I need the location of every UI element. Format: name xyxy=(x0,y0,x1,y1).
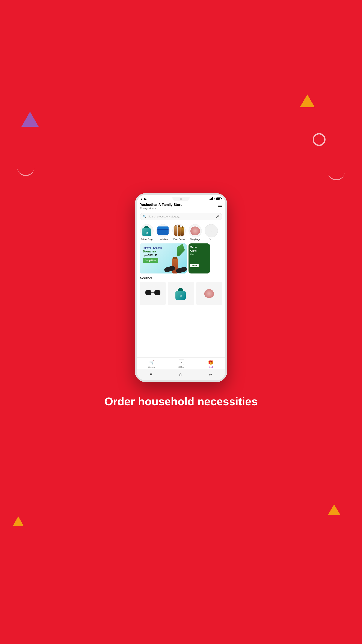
phone-wrapper: 9:41 ⋇ xyxy=(135,193,227,382)
wifi-icon: ⋇ xyxy=(214,197,216,200)
category-more-icon-circle: › xyxy=(205,224,218,238)
lunch-box-graphic xyxy=(157,226,169,235)
category-more[interactable]: › St... xyxy=(203,224,219,241)
water-bottles-graphic xyxy=(174,226,184,236)
category-water-bottles-icon-circle xyxy=(172,224,186,238)
banner-school-offer: Upto xyxy=(190,253,208,255)
categories-row: 24 School Bags Lunch Box xyxy=(137,222,225,242)
sunglasses-graphic xyxy=(145,290,160,297)
decoration-triangle-yellow-bottom2 xyxy=(13,516,23,526)
search-bar[interactable]: 🔍 Search product or category... 🎤 xyxy=(140,213,222,220)
category-lunch-box[interactable]: Lunch Box xyxy=(155,224,171,241)
fashion-item-sunglasses[interactable] xyxy=(140,282,166,305)
change-store-button[interactable]: Change store ⌄ xyxy=(140,207,182,210)
decoration-curve-left xyxy=(17,168,34,176)
grocery-nav-icon: 🛒 xyxy=(149,359,155,365)
store-info: Yashodhar A Family Store Change store ⌄ xyxy=(140,203,182,210)
accessories-graphic xyxy=(204,289,214,298)
banners-section: Summer Season Bonanza Upto 50% off Shop … xyxy=(137,242,225,275)
banner-school-title: Scho Carn xyxy=(190,246,208,252)
banner-summer-image xyxy=(163,248,187,274)
category-water-bottles[interactable]: Water Bottles xyxy=(171,224,187,241)
fashion-grid: 24 xyxy=(137,281,225,307)
android-menu-button[interactable]: ≡ xyxy=(150,372,152,377)
android-home-button[interactable]: ⌂ xyxy=(179,372,182,377)
hamburger-menu-button[interactable] xyxy=(218,203,222,207)
category-water-bottles-label: Water Bottles xyxy=(173,238,186,241)
decoration-triangle-yellow-top xyxy=(300,94,315,107)
category-lunch-box-icon-circle xyxy=(156,224,170,238)
banner-summer-cta[interactable]: Shop Now xyxy=(143,258,158,263)
notch xyxy=(172,197,190,201)
nav-mall-label: Mall xyxy=(209,366,213,368)
status-bar: 9:41 ⋇ xyxy=(137,195,225,201)
pay-nav-icon: प xyxy=(178,359,184,365)
nav-1kpay-label: 1K Pay xyxy=(178,366,184,368)
banner-school[interactable]: Scho Carn Upto Shop xyxy=(189,244,210,274)
android-back-button[interactable]: ↩ xyxy=(209,372,212,377)
nav-grocery-label: Grocery xyxy=(148,366,155,368)
decoration-triangle-yellow-bottom xyxy=(328,504,341,515)
bottom-navigation: 🛒 Grocery प 1K Pay 🎁 Mall xyxy=(137,358,225,370)
mall-nav-icon: 🎁 xyxy=(208,359,214,365)
decoration-circle-outline xyxy=(313,133,326,146)
phone-frame: 9:41 ⋇ xyxy=(135,193,227,382)
banner-summer[interactable]: Summer Season Bonanza Upto 50% off Shop … xyxy=(140,244,187,274)
school-bag-graphic: 24 xyxy=(142,225,152,236)
phone-screen: 9:41 ⋇ xyxy=(137,195,225,380)
battery-icon xyxy=(216,198,221,200)
side-button xyxy=(226,251,227,262)
nav-mall[interactable]: 🎁 Mall xyxy=(208,359,214,368)
category-more-label: St... xyxy=(209,238,213,241)
category-sling-bags-icon-circle xyxy=(189,224,202,238)
status-time: 9:41 xyxy=(141,197,146,200)
fashion-section-header: FASHION xyxy=(137,275,225,281)
fashion-item-accessories[interactable] xyxy=(196,282,222,305)
app-header: Yashodhar A Family Store Change store ⌄ xyxy=(137,201,225,211)
category-school-bags-icon-circle: 24 xyxy=(140,224,154,238)
category-sling-bags-label: Sling Bags xyxy=(190,238,200,241)
nav-grocery[interactable]: 🛒 Grocery xyxy=(148,359,155,368)
nav-1kpay[interactable]: प 1K Pay xyxy=(178,359,184,368)
mic-icon[interactable]: 🎤 xyxy=(216,215,219,218)
decoration-triangle-purple xyxy=(21,112,39,127)
category-sling-bags[interactable]: Sling Bags xyxy=(187,224,203,241)
fashion-bag-graphic: 24 xyxy=(175,287,187,300)
category-school-bags-label: School Bags xyxy=(141,238,153,241)
category-school-bags[interactable]: 24 School Bags xyxy=(139,224,155,241)
search-input[interactable]: Search product or category... xyxy=(148,215,214,218)
bottom-tagline: Order household necessities xyxy=(104,395,258,408)
sling-bag-graphic xyxy=(190,226,200,235)
status-icons: ⋇ xyxy=(210,197,221,200)
decoration-curve-right xyxy=(328,172,345,180)
tagline-text: Order household necessities xyxy=(104,395,258,408)
category-lunch-box-label: Lunch Box xyxy=(158,238,168,241)
store-name: Yashodhar A Family Store xyxy=(140,203,182,207)
android-nav-bar: ≡ ⌂ ↩ xyxy=(137,370,225,380)
fashion-item-bag[interactable]: 24 xyxy=(168,282,194,305)
signal-icon xyxy=(210,197,213,200)
search-icon: 🔍 xyxy=(143,215,146,218)
front-camera xyxy=(180,198,182,200)
banner-school-cta[interactable]: Shop xyxy=(190,264,199,267)
